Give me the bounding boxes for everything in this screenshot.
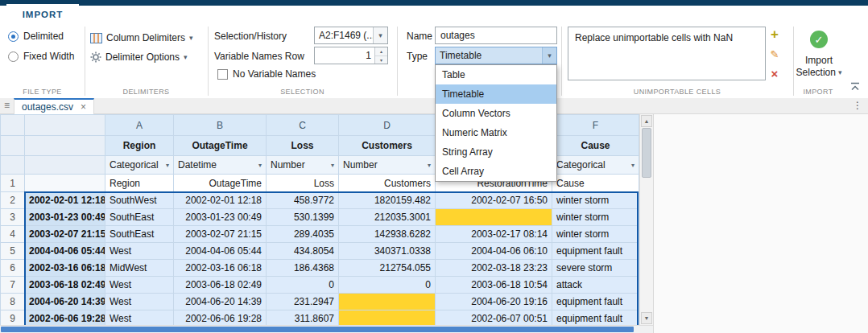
cell-F5[interactable]: equipment fault [552, 243, 639, 260]
cell-B8[interactable]: 2004-06-20 14:39 [174, 294, 267, 310]
column-delimiters-button[interactable]: Column Delimiters ▾ [90, 30, 193, 46]
selection-history-dropdown[interactable]: A2:F1469 (... ▾ [314, 27, 388, 44]
cell-A8[interactable]: West [105, 294, 174, 310]
cell-A6[interactable]: MidWest [105, 260, 174, 277]
column-type-dropdown-B[interactable]: Datetime▾ [174, 156, 267, 175]
variable-names-row-input[interactable]: 1 ▴▾ [314, 47, 388, 64]
cell-D2[interactable]: 1820159.482 [339, 192, 436, 209]
column-name-B[interactable]: OutageTime [174, 136, 267, 156]
cell-C2[interactable]: 458.9772 [267, 192, 339, 209]
type-option-table[interactable]: Table [436, 65, 556, 84]
menu-icon[interactable]: ≡ [4, 100, 10, 111]
cell-D3[interactable]: 212035.3001 [339, 209, 436, 226]
cell-B7[interactable]: 2003-06-18 02:49 [174, 277, 267, 294]
row-time-2[interactable]: 2002-02-01 12:18 [25, 192, 105, 209]
cell-B5[interactable]: 2004-04-06 05:44 [174, 243, 267, 260]
type-option-cell-array[interactable]: Cell Array [436, 162, 556, 181]
row-header-7[interactable]: 7 [1, 277, 25, 294]
row-header-4[interactable]: 4 [1, 226, 25, 243]
scroll-up-button[interactable]: ▲ [641, 115, 652, 127]
row-header-2[interactable]: 2 [1, 192, 25, 209]
chevron-down-icon[interactable]: ▾ [373, 27, 387, 43]
cell-B9[interactable]: 2002-06-06 19:28 [174, 310, 267, 326]
cell-E2[interactable]: 2002-02-07 16:50 [436, 192, 552, 209]
cell-C4[interactable]: 289.4035 [267, 226, 339, 243]
add-rule-button[interactable]: + [767, 27, 782, 42]
vertical-scrollbar[interactable]: ▲ ▼ [639, 114, 653, 325]
type-option-timetable[interactable]: Timetable [436, 84, 556, 104]
cell-F9[interactable]: equipment fault [552, 310, 639, 326]
column-name-C[interactable]: Loss [267, 136, 339, 156]
column-letter-B[interactable]: B [174, 115, 267, 136]
edit-rule-button[interactable]: ✎ [767, 47, 782, 61]
delimiter-options-button[interactable]: Delimiter Options ▾ [90, 49, 188, 65]
cell-C3[interactable]: 530.1399 [267, 209, 339, 226]
column-type-dropdown-A[interactable]: Categorical▾ [105, 156, 174, 175]
row-header-8[interactable]: 8 [1, 294, 25, 310]
spinner-down-button[interactable]: ▾ [375, 56, 387, 64]
type-dropdown[interactable]: Timetable ▾ [435, 47, 557, 64]
cell-D4[interactable]: 142938.6282 [339, 226, 436, 243]
row-header-6[interactable]: 6 [1, 260, 25, 277]
cell-E8[interactable]: 2004-06-20 19:16 [436, 294, 552, 310]
no-variable-names-checkbox[interactable]: No Variable Names [217, 68, 316, 80]
radio-delimited[interactable]: Delimited [8, 30, 64, 43]
column-type-dropdown-D[interactable]: Number▾ [339, 156, 436, 175]
row-header-1[interactable]: 1 [1, 175, 25, 192]
cell-A4[interactable]: SouthEast [105, 226, 174, 243]
cell-A2[interactable]: SouthWest [105, 192, 174, 209]
cell-E5[interactable]: 2004-04-06 06:10 [436, 243, 552, 260]
cell-F2[interactable]: winter storm [552, 192, 639, 209]
row-header-5[interactable]: 5 [1, 243, 25, 260]
row-time-5[interactable]: 2004-04-06 05:44 [25, 243, 105, 260]
cell-C8[interactable]: 231.2947 [267, 294, 339, 310]
cell-C1[interactable]: Loss [267, 175, 339, 192]
type-option-string-array[interactable]: String Array [436, 142, 556, 162]
cell-C7[interactable]: 0 [267, 277, 339, 294]
cell-D8[interactable] [339, 294, 436, 310]
row-time-8[interactable]: 2004-06-20 14:39 [25, 294, 105, 310]
type-option-column-vectors[interactable]: Column Vectors [436, 104, 556, 123]
column-letter-D[interactable]: D [339, 115, 436, 136]
column-name-A[interactable]: Region [105, 136, 174, 156]
cell-C5[interactable]: 434.8054 [267, 243, 339, 260]
row-time-4[interactable]: 2003-02-07 21:15 [25, 226, 105, 243]
row-time-7[interactable]: 2003-06-18 02:49 [25, 277, 105, 294]
cell-B3[interactable]: 2003-01-23 00:49 [174, 209, 267, 226]
cell-F8[interactable]: equipment fault [552, 294, 639, 310]
cell-E7[interactable]: 2003-06-18 10:54 [436, 277, 552, 294]
cell-D7[interactable]: 0 [339, 277, 436, 294]
cell-C6[interactable]: 186.4368 [267, 260, 339, 277]
cell-B2[interactable]: 2002-02-01 12:18 [174, 192, 267, 209]
cell-B4[interactable]: 2003-02-07 21:15 [174, 226, 267, 243]
cell-A1[interactable]: Region [105, 175, 174, 192]
scroll-down-button[interactable]: ▼ [641, 312, 652, 324]
column-letter-C[interactable]: C [267, 115, 339, 136]
spinner-up-button[interactable]: ▴ [375, 47, 387, 56]
cell-D5[interactable]: 340371.0338 [339, 243, 436, 260]
column-name-D[interactable]: Customers [339, 136, 436, 156]
cell-F1[interactable]: Cause [552, 175, 639, 192]
type-option-numeric-matrix[interactable]: Numeric Matrix [436, 123, 556, 142]
column-letter-A[interactable]: A [105, 115, 174, 136]
cell-D1[interactable]: Customers [339, 175, 436, 192]
cell-B6[interactable]: 2002-03-16 06:18 [174, 260, 267, 277]
cell-B1[interactable]: OutageTime [174, 175, 267, 192]
tab-outages-csv[interactable]: outages.csv × [14, 98, 94, 114]
column-letter-F[interactable]: F [552, 115, 639, 136]
cell-E4[interactable]: 2003-02-17 08:14 [436, 226, 552, 243]
cell-F3[interactable]: winter storm [552, 209, 639, 226]
row-time-6[interactable]: 2002-03-16 06:18 [25, 260, 105, 277]
vertical-scroll-thumb[interactable] [642, 128, 651, 178]
cell-A5[interactable]: West [105, 243, 174, 260]
cell-E3[interactable] [436, 209, 552, 226]
cell-A9[interactable]: West [105, 310, 174, 326]
chevron-down-icon[interactable]: ▾ [542, 47, 556, 64]
column-type-dropdown-C[interactable]: Number▾ [267, 156, 339, 175]
cell-D9[interactable] [339, 310, 436, 326]
horizontal-scrollbar[interactable] [0, 325, 653, 333]
radio-fixed-width[interactable]: Fixed Width [8, 50, 74, 63]
collapse-ribbon-button[interactable] [849, 82, 861, 92]
name-input[interactable]: outages [435, 27, 557, 44]
cell-F4[interactable]: winter storm [552, 226, 639, 243]
